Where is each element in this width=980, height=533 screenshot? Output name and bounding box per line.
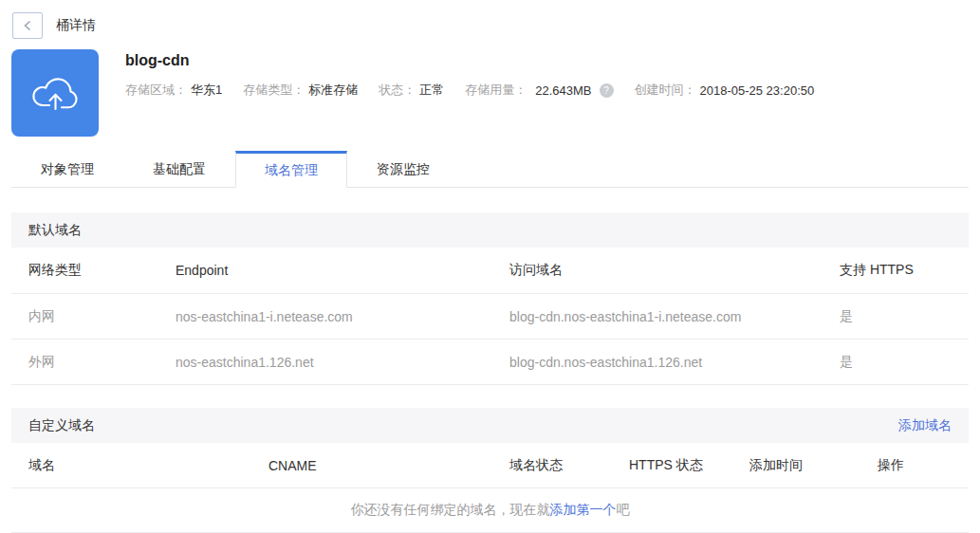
col-endpoint: Endpoint (176, 263, 509, 278)
cell-access-domain: blog-cdn.nos-eastchina1-i.netease.com (509, 309, 840, 324)
info-usage-value: 22.643MB (535, 83, 591, 98)
col-actions: 操作 (878, 457, 952, 474)
tab-bar: 对象管理 基础配置 域名管理 资源监控 (11, 151, 969, 188)
cell-access-domain: blog-cdn.nos-eastchina1.126.net (509, 355, 840, 370)
bucket-header: blog-cdn 存储区域： 华东1 存储类型： 标准存储 状态： 正常 存储用… (0, 40, 980, 137)
info-created: 创建时间： 2018-05-25 23:20:50 (635, 82, 815, 99)
custom-domains-empty-state: 你还没有任何绑定的域名，现在就添加第一个吧 (11, 488, 969, 533)
table-row: 内网 nos-eastchina1-i.netease.com blog-cdn… (11, 294, 969, 340)
info-status-label: 状态： (379, 82, 416, 99)
empty-text-suffix: 吧 (617, 502, 630, 519)
bucket-name: blog-cdn (125, 52, 835, 69)
custom-domains-section-header: 自定义域名 添加域名 (11, 408, 969, 443)
info-usage-label: 存储用量： (465, 82, 527, 99)
tab-object-management[interactable]: 对象管理 (11, 151, 123, 188)
info-region: 存储区域： 华东1 (125, 82, 222, 99)
info-storage-type-value: 标准存储 (308, 82, 358, 99)
topbar: 桶详情 (0, 0, 980, 40)
col-domain-status: 域名状态 (509, 457, 629, 474)
col-https-support: 支持 HTTPS (840, 262, 952, 279)
info-status-value: 正常 (419, 82, 444, 99)
cell-https-support: 是 (840, 354, 952, 371)
bucket-info-row: 存储区域： 华东1 存储类型： 标准存储 状态： 正常 存储用量： 22.643… (125, 82, 835, 99)
info-region-value: 华东1 (191, 82, 222, 99)
default-domains-title: 默认域名 (28, 222, 82, 239)
tab-resource-monitor[interactable]: 资源监控 (347, 151, 459, 188)
info-storage-type: 存储类型： 标准存储 (243, 82, 358, 99)
tab-domain-management[interactable]: 域名管理 (235, 151, 347, 188)
info-storage-type-label: 存储类型： (243, 82, 305, 99)
cell-https-support: 是 (840, 308, 952, 325)
help-icon[interactable]: ? (600, 83, 614, 98)
info-usage: 存储用量： 22.643MB (465, 82, 591, 99)
col-access-domain: 访问域名 (509, 262, 840, 279)
page-title: 桶详情 (56, 17, 96, 34)
cell-network-type: 内网 (28, 308, 176, 325)
cell-endpoint: nos-eastchina1.126.net (176, 355, 509, 370)
tab-basic-config[interactable]: 基础配置 (123, 151, 235, 188)
bucket-meta: blog-cdn 存储区域： 华东1 存储类型： 标准存储 状态： 正常 存储用… (125, 49, 835, 137)
chevron-left-icon (23, 20, 32, 31)
table-row: 外网 nos-eastchina1.126.net blog-cdn.nos-e… (11, 340, 969, 385)
back-button[interactable] (12, 12, 43, 39)
add-first-domain-link[interactable]: 添加第一个 (550, 502, 617, 519)
col-add-time: 添加时间 (749, 457, 878, 474)
cell-network-type: 外网 (28, 354, 176, 371)
add-domain-link[interactable]: 添加域名 (898, 417, 952, 434)
col-cname: CNAME (268, 458, 509, 473)
tab-content: 默认域名 网络类型 Endpoint 访问域名 支持 HTTPS 内网 nos-… (11, 212, 969, 533)
info-created-value: 2018-05-25 23:20:50 (700, 83, 815, 98)
cell-endpoint: nos-eastchina1-i.netease.com (176, 309, 509, 324)
custom-domains-title: 自定义域名 (28, 417, 95, 434)
empty-text-prefix: 你还没有任何绑定的域名，现在就 (351, 502, 550, 519)
default-domains-table-header: 网络类型 Endpoint 访问域名 支持 HTTPS (11, 248, 969, 294)
info-status: 状态： 正常 (379, 82, 444, 99)
info-created-label: 创建时间： (635, 82, 696, 99)
custom-domains-table-header: 域名 CNAME 域名状态 HTTPS 状态 添加时间 操作 (11, 443, 969, 488)
col-https-status: HTTPS 状态 (629, 457, 749, 474)
default-domains-section-header: 默认域名 (11, 212, 969, 248)
bucket-cloud-upload-icon (11, 49, 99, 137)
col-network-type: 网络类型 (28, 262, 176, 279)
col-domain: 域名 (28, 457, 268, 474)
info-region-label: 存储区域： (125, 82, 187, 99)
